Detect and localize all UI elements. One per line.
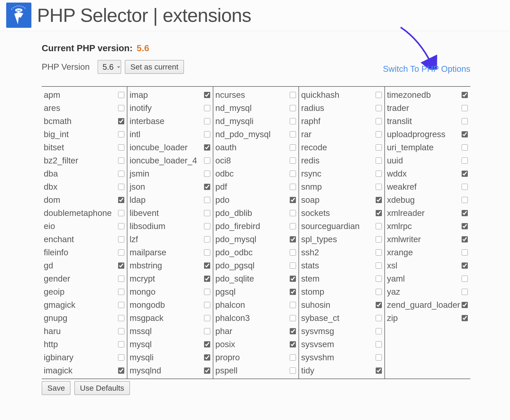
extension-checkbox-dba[interactable] bbox=[118, 171, 124, 177]
extension-row-jsmin[interactable]: jsmin bbox=[129, 167, 211, 180]
extension-checkbox-pdf[interactable] bbox=[290, 184, 296, 190]
extension-checkbox-mongodb[interactable] bbox=[204, 302, 210, 308]
extension-row-pdo[interactable]: pdo bbox=[215, 193, 297, 206]
extension-checkbox-yaz[interactable] bbox=[462, 289, 468, 295]
extension-checkbox-uploadprogress[interactable] bbox=[462, 131, 468, 137]
extension-checkbox-radius[interactable] bbox=[376, 105, 382, 111]
extension-row-http[interactable]: http bbox=[43, 338, 125, 351]
extension-row-sysvsem[interactable]: sysvsem bbox=[301, 338, 383, 351]
extension-row-xmlrpc[interactable]: xmlrpc bbox=[386, 220, 469, 233]
extension-checkbox-zend_guard_loader[interactable] bbox=[462, 302, 468, 308]
extension-row-pdo_firebird[interactable]: pdo_firebird bbox=[215, 220, 297, 233]
extension-checkbox-soap[interactable] bbox=[376, 197, 382, 203]
extension-checkbox-bitset[interactable] bbox=[118, 144, 124, 151]
extension-row-json[interactable]: json bbox=[129, 180, 211, 193]
extension-checkbox-pdo_sqlite[interactable] bbox=[290, 276, 296, 282]
extension-checkbox-timezonedb[interactable] bbox=[462, 92, 468, 98]
extension-checkbox-pdo_odbc[interactable] bbox=[290, 249, 296, 256]
extension-row-libsodium[interactable]: libsodium bbox=[129, 220, 211, 233]
extension-checkbox-pdo_firebird[interactable] bbox=[290, 223, 296, 229]
extension-row-translit[interactable]: translit bbox=[386, 115, 469, 128]
extension-row-odbc[interactable]: odbc bbox=[215, 167, 297, 180]
set-as-current-button[interactable]: Set as current bbox=[125, 60, 184, 74]
extension-checkbox-odbc[interactable] bbox=[290, 171, 296, 177]
extension-row-xdebug[interactable]: xdebug bbox=[386, 193, 469, 206]
extension-checkbox-pdo_pgsql[interactable] bbox=[290, 262, 296, 269]
extension-row-mysqli[interactable]: mysqli bbox=[129, 351, 211, 364]
extension-checkbox-fileinfo[interactable] bbox=[118, 249, 124, 256]
extension-row-phalcon[interactable]: phalcon bbox=[215, 298, 297, 311]
extension-checkbox-imagick[interactable] bbox=[118, 367, 124, 374]
extension-row-doublemetaphone[interactable]: doublemetaphone bbox=[43, 206, 125, 220]
extension-checkbox-xsl[interactable] bbox=[462, 262, 468, 269]
extension-row-mysqlnd[interactable]: mysqlnd bbox=[129, 364, 211, 377]
extension-row-imap[interactable]: imap bbox=[129, 88, 211, 101]
extension-row-redis[interactable]: redis bbox=[301, 154, 383, 167]
extension-checkbox-quickhash[interactable] bbox=[376, 92, 382, 98]
extension-checkbox-ssh2[interactable] bbox=[376, 249, 382, 256]
extension-checkbox-eio[interactable] bbox=[118, 223, 124, 229]
extension-row-pdf[interactable]: pdf bbox=[215, 180, 297, 193]
extension-row-sysvmsg[interactable]: sysvmsg bbox=[301, 325, 383, 338]
extension-checkbox-sysvmsg[interactable] bbox=[376, 328, 382, 334]
extension-row-yaml[interactable]: yaml bbox=[386, 272, 469, 285]
extension-checkbox-http[interactable] bbox=[118, 341, 124, 347]
extension-row-tidy[interactable]: tidy bbox=[301, 364, 383, 377]
extension-row-oci8[interactable]: oci8 bbox=[215, 154, 297, 167]
extension-row-mongodb[interactable]: mongodb bbox=[129, 298, 211, 311]
extension-row-bz2_filter[interactable]: bz2_filter bbox=[43, 154, 125, 167]
extension-checkbox-bz2_filter[interactable] bbox=[118, 157, 124, 164]
extension-row-gmagick[interactable]: gmagick bbox=[43, 298, 125, 311]
extension-row-gender[interactable]: gender bbox=[43, 272, 125, 285]
extension-checkbox-xmlwriter[interactable] bbox=[462, 236, 468, 242]
extension-checkbox-libevent[interactable] bbox=[204, 210, 210, 216]
extension-checkbox-rsync[interactable] bbox=[376, 171, 382, 177]
extension-row-dom[interactable]: dom bbox=[43, 193, 125, 206]
extension-checkbox-ldap[interactable] bbox=[204, 197, 210, 203]
switch-options-link[interactable]: Switch To PHP Options bbox=[383, 64, 470, 74]
extension-row-xsl[interactable]: xsl bbox=[386, 259, 469, 272]
extension-row-sybase_ct[interactable]: sybase_ct bbox=[301, 311, 383, 325]
extension-row-trader[interactable]: trader bbox=[386, 101, 469, 115]
extension-row-intl[interactable]: intl bbox=[129, 128, 211, 141]
extension-row-enchant[interactable]: enchant bbox=[43, 233, 125, 246]
extension-checkbox-mongo[interactable] bbox=[204, 289, 210, 295]
extension-checkbox-translit[interactable] bbox=[462, 118, 468, 124]
extension-row-dbx[interactable]: dbx bbox=[43, 180, 125, 193]
extension-row-ssh2[interactable]: ssh2 bbox=[301, 246, 383, 259]
extension-row-snmp[interactable]: snmp bbox=[301, 180, 383, 193]
extension-checkbox-wddx[interactable] bbox=[462, 171, 468, 177]
extension-row-bitset[interactable]: bitset bbox=[43, 141, 125, 154]
extension-row-raphf[interactable]: raphf bbox=[301, 115, 383, 128]
extension-row-uri_template[interactable]: uri_template bbox=[386, 141, 469, 154]
extension-row-pdo_mysql[interactable]: pdo_mysql bbox=[215, 233, 297, 246]
extension-row-stem[interactable]: stem bbox=[301, 272, 383, 285]
extension-row-nd_pdo_mysql[interactable]: nd_pdo_mysql bbox=[215, 128, 297, 141]
extension-row-spl_types[interactable]: spl_types bbox=[301, 233, 383, 246]
extension-row-pspell[interactable]: pspell bbox=[215, 364, 297, 377]
extension-checkbox-recode[interactable] bbox=[376, 144, 382, 151]
extension-checkbox-gnupg[interactable] bbox=[118, 315, 124, 321]
extension-row-oauth[interactable]: oauth bbox=[215, 141, 297, 154]
extension-checkbox-pdo_dblib[interactable] bbox=[290, 210, 296, 216]
extension-row-mbstring[interactable]: mbstring bbox=[129, 259, 211, 272]
extension-checkbox-imap[interactable] bbox=[204, 92, 210, 98]
extension-row-inotify[interactable]: inotify bbox=[129, 101, 211, 115]
extension-row-mailparse[interactable]: mailparse bbox=[129, 246, 211, 259]
extension-row-nd_mysqli[interactable]: nd_mysqli bbox=[215, 115, 297, 128]
extension-checkbox-sockets[interactable] bbox=[376, 210, 382, 216]
extension-checkbox-nd_mysql[interactable] bbox=[290, 105, 296, 111]
extension-checkbox-mysqlnd[interactable] bbox=[204, 367, 210, 374]
extension-checkbox-nd_pdo_mysql[interactable] bbox=[290, 131, 296, 137]
extension-row-fileinfo[interactable]: fileinfo bbox=[43, 246, 125, 259]
extension-row-pgsql[interactable]: pgsql bbox=[215, 285, 297, 298]
extension-checkbox-phar[interactable] bbox=[290, 328, 296, 334]
extension-checkbox-redis[interactable] bbox=[376, 157, 382, 164]
extension-checkbox-doublemetaphone[interactable] bbox=[118, 210, 124, 216]
extension-checkbox-ioncube_loader[interactable] bbox=[204, 144, 210, 151]
extension-checkbox-intl[interactable] bbox=[204, 131, 210, 137]
extension-row-ioncube_loader[interactable]: ioncube_loader bbox=[129, 141, 211, 154]
version-select[interactable]: 5.6 bbox=[98, 60, 121, 74]
extension-checkbox-mailparse[interactable] bbox=[204, 249, 210, 256]
extension-checkbox-sysvsem[interactable] bbox=[376, 341, 382, 347]
